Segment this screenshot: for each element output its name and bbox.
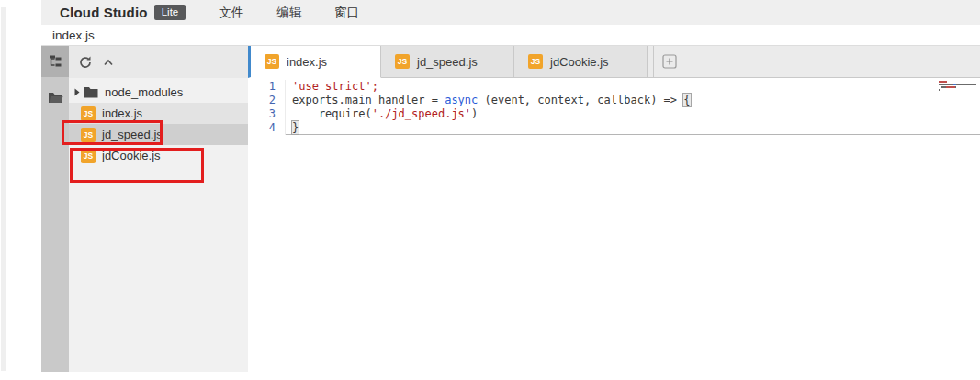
plus-box-icon (662, 54, 677, 69)
js-file-icon: JS (528, 54, 543, 69)
tree-item-node-modules[interactable]: node_modules (69, 82, 248, 103)
menu-item-0[interactable]: 文件 (219, 5, 243, 21)
code-line-3: 3 require('./jd_speed.js') (248, 107, 980, 121)
code-token-bracket: { (682, 93, 691, 107)
js-file-icon: JS (265, 54, 279, 69)
code-token-plain: exports.main_handler = (292, 94, 445, 106)
refresh-icon (79, 56, 92, 69)
code-line-1: 1'use strict'; (248, 80, 980, 94)
menu-item-2[interactable]: 窗口 (334, 5, 359, 21)
tree-item-label: node_modules (105, 85, 183, 99)
explorer-toolbar (69, 46, 248, 78)
tab-label: jd_speed.js (417, 55, 478, 69)
code-line-4: 4} (248, 121, 980, 135)
chevron-up-icon (102, 57, 115, 68)
minimap-segment (939, 89, 940, 91)
explorer-tree-button[interactable] (41, 46, 69, 77)
code-token-string: './jd_speed.js' (372, 107, 471, 120)
code-text: 'use strict'; (286, 80, 980, 94)
tree-item-label: index.js (102, 106, 142, 120)
code-token-keyword: async (445, 94, 478, 106)
code-editor[interactable]: 1'use strict';2exports.main_handler = as… (248, 78, 980, 380)
cloud-studio-window: Cloud Studio Lite 文件编辑窗口 index.js (0, 0, 980, 380)
tab-index-js[interactable]: JSindex.js (248, 46, 381, 78)
code-token-bracket: } (291, 120, 299, 135)
folder-open-icon (48, 91, 63, 104)
file-explorer: node_modulesJSindex.jsJSjd_speed.jsJSjdC… (69, 46, 248, 372)
lite-badge: Lite (154, 5, 186, 20)
tab-jd-speed-js[interactable]: JSjd_speed.js (381, 46, 514, 78)
minimap-segment (939, 81, 947, 83)
open-folder-button[interactable] (41, 84, 69, 110)
minimap-segment (946, 86, 955, 88)
code-token-plain: ) (471, 107, 478, 120)
annotation-box-jd-speed (62, 120, 163, 145)
code-token-plain: (event, context, callback) => (478, 94, 683, 106)
line-number: 1 (248, 80, 286, 94)
menu-bar: Cloud Studio Lite 文件编辑窗口 (41, 0, 980, 25)
minimap-segment (955, 86, 956, 88)
menu-item-1[interactable]: 编辑 (276, 5, 301, 21)
tab-bar: JSindex.jsJSjd_speed.jsJSjdCookie.js (248, 46, 980, 78)
minimap[interactable] (939, 80, 980, 91)
tab-jdcookie-js[interactable]: JSjdCookie.js (514, 46, 648, 78)
activity-rail (41, 46, 69, 372)
tree-outline-icon (48, 54, 62, 69)
editor-region: JSindex.jsJSjd_speed.jsJSjdCookie.js 1'u… (248, 46, 980, 380)
minimap-line (939, 88, 980, 91)
open-file-title: index.js (52, 28, 95, 42)
menu-items: 文件编辑窗口 (186, 5, 359, 21)
line-number: 3 (248, 107, 286, 121)
minimap-segment (956, 84, 975, 85)
code-text: } (286, 121, 980, 135)
line-number: 4 (248, 121, 286, 135)
tab-label: index.js (287, 55, 327, 69)
code-token-string: 'use strict'; (292, 80, 378, 93)
code-line-2: 2exports.main_handler = async (event, co… (248, 94, 980, 107)
js-file-icon: JS (81, 106, 96, 121)
minimap-segment (975, 84, 976, 85)
code-text: exports.main_handler = async (event, con… (286, 94, 980, 107)
new-tab-button[interactable] (654, 46, 685, 77)
page-scroll-strip[interactable] (1, 7, 6, 371)
minimap-segment (939, 84, 953, 85)
title-bar: index.js (41, 25, 980, 46)
expand-arrow-icon[interactable] (74, 88, 84, 96)
refresh-button[interactable] (79, 56, 92, 69)
tab-label: jdCookie.js (550, 55, 609, 69)
collapse-all-button[interactable] (102, 57, 115, 68)
folder-icon (84, 86, 98, 98)
code-text: require('./jd_speed.js') (286, 107, 980, 121)
annotation-box-jdcookie (70, 148, 204, 183)
code-area: 1'use strict';2exports.main_handler = as… (248, 80, 980, 135)
line-number: 2 (248, 94, 286, 107)
code-token-plain: require( (292, 107, 372, 120)
js-file-icon: JS (395, 54, 410, 69)
app-logo: Cloud Studio (60, 5, 148, 20)
